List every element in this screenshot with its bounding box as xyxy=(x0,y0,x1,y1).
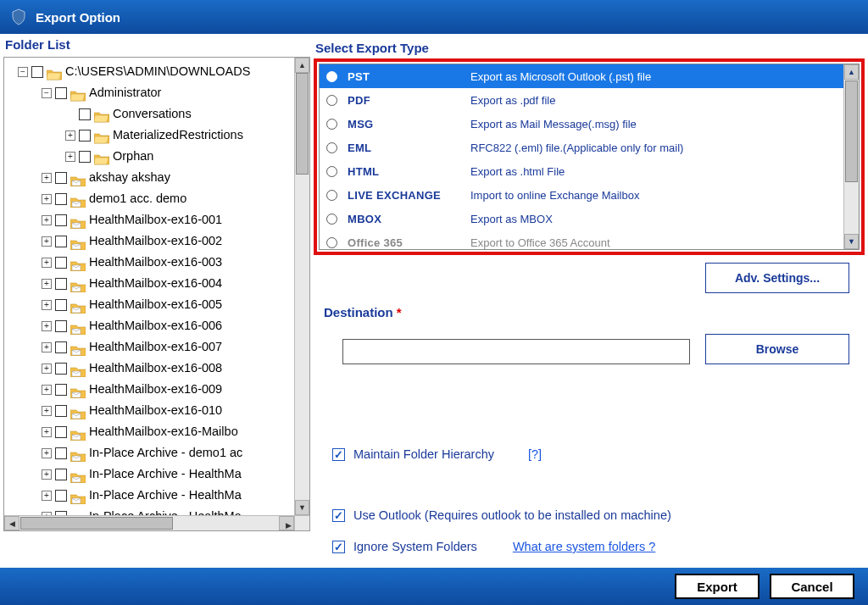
checkbox-icon[interactable] xyxy=(332,448,345,461)
tree-checkbox[interactable] xyxy=(55,278,67,290)
radio-icon[interactable] xyxy=(326,119,337,130)
hierarchy-help-link[interactable]: [?] xyxy=(528,447,542,461)
export-type-option[interactable]: MBOXExport as MBOX xyxy=(320,207,859,230)
export-button[interactable]: Export xyxy=(675,574,760,599)
tree-item[interactable]: +In-Place Archive - demo1 ac xyxy=(8,442,309,463)
expand-icon[interactable]: + xyxy=(65,130,75,141)
scroll-thumb-h[interactable] xyxy=(20,517,173,530)
expand-icon[interactable]: + xyxy=(42,300,52,310)
expand-icon[interactable]: + xyxy=(42,448,52,458)
tree-checkbox[interactable] xyxy=(55,236,67,247)
folder-tree[interactable]: −C:\USERS\ADMIN\DOWNLOADS−AdministratorC… xyxy=(4,58,309,530)
expand-icon[interactable]: + xyxy=(42,321,52,331)
maintain-hierarchy-option[interactable]: Maintain Folder Hierarchy [?] xyxy=(332,447,542,461)
export-type-option[interactable]: Office 365Export to Office 365 Account xyxy=(320,230,859,250)
radio-icon[interactable] xyxy=(326,71,337,82)
ignore-system-folders-option[interactable]: Ignore System Folders What are system fo… xyxy=(332,540,655,553)
radio-icon[interactable] xyxy=(326,95,337,106)
tree-item[interactable]: +HealthMailbox-ex16-006 xyxy=(8,315,309,336)
tree-checkbox[interactable] xyxy=(55,490,67,502)
tree-checkbox[interactable] xyxy=(55,214,67,226)
tree-item[interactable]: +MaterializedRestrictions xyxy=(8,125,309,146)
radio-icon[interactable] xyxy=(326,166,337,177)
use-outlook-option[interactable]: Use Outlook (Requires outlook to be inst… xyxy=(332,508,671,522)
export-type-option[interactable]: MSGExport as Mail Message(.msg) file xyxy=(320,112,859,136)
tree-checkbox[interactable] xyxy=(79,151,91,163)
tree-item[interactable]: +HealthMailbox-ex16-004 xyxy=(8,273,309,294)
scroll-up-icon[interactable]: ▲ xyxy=(844,64,859,80)
expand-icon[interactable]: + xyxy=(65,152,75,162)
system-folders-link[interactable]: What are system folders ? xyxy=(513,540,655,553)
tree-checkbox[interactable] xyxy=(55,87,67,99)
checkbox-icon[interactable] xyxy=(332,509,345,522)
export-type-option[interactable]: PDFExport as .pdf file xyxy=(320,88,859,112)
radio-icon[interactable] xyxy=(326,214,337,225)
tree-item[interactable]: +HealthMailbox-ex16-009 xyxy=(8,379,309,400)
scroll-right-icon[interactable]: ▶ xyxy=(279,516,294,530)
browse-button[interactable]: Browse xyxy=(705,334,849,364)
expand-icon[interactable]: + xyxy=(42,279,52,289)
tree-checkbox[interactable] xyxy=(79,130,91,142)
expand-icon[interactable]: + xyxy=(42,364,52,374)
tree-item[interactable]: Conversations xyxy=(8,103,309,125)
tree-checkbox[interactable] xyxy=(55,405,67,417)
tree-item[interactable]: +HealthMailbox-ex16-007 xyxy=(8,336,309,358)
adv-settings-button[interactable]: Adv. Settings... xyxy=(705,263,849,293)
export-type-option[interactable]: HTMLExport as .html File xyxy=(320,159,859,183)
tree-item[interactable]: +demo1 acc. demo xyxy=(8,188,309,209)
scroll-left-icon[interactable]: ◀ xyxy=(4,516,19,530)
export-type-option[interactable]: LIVE EXCHANGEImport to online Exchange M… xyxy=(320,183,859,207)
radio-icon[interactable] xyxy=(326,190,337,201)
expand-icon[interactable]: + xyxy=(42,236,52,247)
expand-icon[interactable]: + xyxy=(42,385,52,395)
scroll-thumb[interactable] xyxy=(845,80,858,182)
expand-icon[interactable]: + xyxy=(42,427,52,437)
expand-icon[interactable]: + xyxy=(42,469,52,480)
collapse-icon[interactable]: − xyxy=(18,67,28,77)
tree-item[interactable]: +HealthMailbox-ex16-Mailbo xyxy=(8,421,309,442)
tree-item[interactable]: +HealthMailbox-ex16-001 xyxy=(8,209,309,230)
tree-item[interactable]: +In-Place Archive - HealthMa xyxy=(8,485,309,506)
cancel-button[interactable]: Cancel xyxy=(770,574,854,599)
tree-checkbox[interactable] xyxy=(55,384,67,396)
expand-icon[interactable]: + xyxy=(42,406,52,416)
expand-icon[interactable]: + xyxy=(42,215,52,225)
tree-item[interactable]: −Administrator xyxy=(8,82,309,103)
tree-checkbox[interactable] xyxy=(55,469,67,480)
tree-checkbox[interactable] xyxy=(55,320,67,332)
scroll-down-icon[interactable]: ▼ xyxy=(844,234,859,249)
tree-checkbox[interactable] xyxy=(55,172,67,184)
tree-item[interactable]: +HealthMailbox-ex16-008 xyxy=(8,358,309,379)
tree-item[interactable]: −C:\USERS\ADMIN\DOWNLOADS xyxy=(8,61,309,82)
tree-item[interactable]: +Orphan xyxy=(8,146,309,167)
tree-checkbox[interactable] xyxy=(55,341,67,353)
tree-checkbox[interactable] xyxy=(55,363,67,375)
collapse-icon[interactable]: − xyxy=(42,88,52,98)
export-list-scrollbar[interactable]: ▲ ▼ xyxy=(843,64,859,249)
expand-icon[interactable]: + xyxy=(42,258,52,268)
tree-item[interactable]: +HealthMailbox-ex16-003 xyxy=(8,252,309,273)
expand-icon[interactable]: + xyxy=(42,173,52,183)
tree-item[interactable]: +In-Place Archive - HealthMa xyxy=(8,463,309,485)
tree-checkbox[interactable] xyxy=(31,66,43,78)
radio-icon[interactable] xyxy=(326,237,337,248)
tree-checkbox[interactable] xyxy=(55,193,67,205)
tree-item[interactable]: +HealthMailbox-ex16-002 xyxy=(8,230,309,252)
tree-checkbox[interactable] xyxy=(55,257,67,269)
expand-icon[interactable]: + xyxy=(42,342,52,352)
expand-icon[interactable]: + xyxy=(42,194,52,204)
tree-checkbox[interactable] xyxy=(55,447,67,459)
tree-item[interactable]: +akshay akshay xyxy=(8,167,309,188)
checkbox-icon[interactable] xyxy=(332,541,345,553)
destination-input[interactable] xyxy=(342,339,690,364)
tree-horizontal-scrollbar[interactable]: ◀ ▶ xyxy=(4,515,294,530)
radio-icon[interactable] xyxy=(326,142,337,153)
export-type-option[interactable]: EMLRFC822 (.eml) file.(Applicable only f… xyxy=(320,136,859,159)
tree-checkbox[interactable] xyxy=(55,299,67,311)
tree-item[interactable]: +HealthMailbox-ex16-010 xyxy=(8,400,309,421)
tree-item[interactable]: +HealthMailbox-ex16-005 xyxy=(8,294,309,315)
tree-checkbox[interactable] xyxy=(79,108,91,120)
expand-icon[interactable]: + xyxy=(42,491,52,501)
tree-checkbox[interactable] xyxy=(55,426,67,438)
export-type-option[interactable]: PSTExport as Microsoft Outlook (.pst) fi… xyxy=(320,64,859,88)
